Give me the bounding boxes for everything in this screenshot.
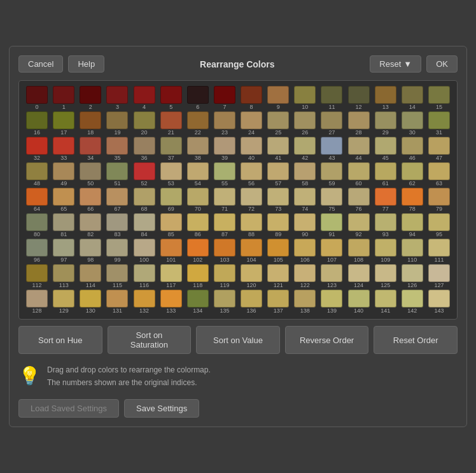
color-cell[interactable]: 2 [78, 86, 103, 110]
color-cell[interactable]: 58 [292, 162, 318, 187]
color-cell[interactable]: 73 [265, 188, 291, 212]
color-cell[interactable]: 124 [346, 264, 372, 288]
color-cell[interactable]: 116 [132, 264, 157, 288]
color-cell[interactable]: 119 [212, 264, 237, 288]
color-cell[interactable]: 28 [346, 111, 372, 136]
color-cell[interactable]: 79 [426, 188, 452, 212]
color-cell[interactable]: 114 [78, 264, 103, 288]
sort-hue-button[interactable]: Sort on Hue [18, 326, 102, 354]
color-cell[interactable]: 56 [239, 162, 264, 187]
color-cell[interactable]: 102 [185, 239, 211, 263]
color-cell[interactable]: 120 [239, 264, 264, 288]
color-cell[interactable]: 21 [158, 111, 184, 136]
color-cell[interactable]: 57 [265, 162, 291, 187]
sort-saturation-button[interactable]: Sort on Saturation [108, 326, 192, 354]
color-cell[interactable]: 109 [373, 239, 398, 263]
color-cell[interactable]: 69 [158, 188, 184, 212]
color-cell[interactable]: 35 [104, 137, 130, 161]
color-cell[interactable]: 43 [319, 137, 344, 161]
color-cell[interactable]: 20 [132, 111, 157, 136]
color-cell[interactable]: 52 [132, 162, 157, 187]
color-cell[interactable]: 91 [319, 213, 344, 237]
color-cell[interactable]: 117 [158, 264, 184, 288]
color-cell[interactable]: 141 [373, 290, 398, 314]
color-cell[interactable]: 129 [51, 290, 76, 314]
color-cell[interactable]: 93 [373, 213, 398, 237]
color-cell[interactable]: 22 [185, 111, 211, 136]
color-cell[interactable]: 98 [78, 239, 103, 263]
color-cell[interactable]: 134 [185, 290, 211, 314]
color-cell[interactable]: 49 [51, 162, 76, 187]
color-cell[interactable]: 19 [104, 111, 130, 136]
cancel-button[interactable]: Cancel [18, 55, 63, 73]
color-cell[interactable]: 123 [319, 264, 344, 288]
color-cell[interactable]: 1 [51, 86, 76, 110]
ok-button[interactable]: OK [426, 55, 458, 73]
color-cell[interactable]: 51 [104, 162, 130, 187]
color-cell[interactable]: 27 [319, 111, 344, 136]
color-cell[interactable]: 115 [104, 264, 130, 288]
color-cell[interactable]: 70 [185, 188, 211, 212]
color-cell[interactable]: 89 [265, 213, 291, 237]
save-settings-button[interactable]: Save Settings [124, 399, 199, 418]
color-cell[interactable]: 5 [158, 86, 184, 110]
reset-button[interactable]: Reset ▼ [370, 55, 421, 73]
color-cell[interactable]: 110 [400, 239, 425, 263]
color-cell[interactable]: 126 [400, 264, 425, 288]
color-cell[interactable]: 53 [158, 162, 184, 187]
color-cell[interactable]: 143 [426, 290, 452, 314]
color-cell[interactable]: 61 [373, 162, 398, 187]
color-cell[interactable]: 92 [346, 213, 372, 237]
color-cell[interactable]: 138 [292, 290, 318, 314]
color-cell[interactable]: 71 [212, 188, 237, 212]
color-cell[interactable]: 75 [319, 188, 344, 212]
color-cell[interactable]: 64 [24, 188, 50, 212]
color-cell[interactable]: 85 [158, 213, 184, 237]
color-cell[interactable]: 40 [239, 137, 264, 161]
color-cell[interactable]: 128 [24, 290, 50, 314]
color-cell[interactable]: 76 [346, 188, 372, 212]
color-cell[interactable]: 111 [426, 239, 452, 263]
load-saved-settings-button[interactable]: Load Saved Settings [18, 399, 119, 418]
color-cell[interactable]: 0 [24, 86, 50, 110]
color-cell[interactable]: 60 [346, 162, 372, 187]
color-cell[interactable]: 137 [265, 290, 291, 314]
color-cell[interactable]: 32 [24, 137, 50, 161]
color-cell[interactable]: 14 [400, 86, 425, 110]
color-cell[interactable]: 100 [132, 239, 157, 263]
color-cell[interactable]: 78 [400, 188, 425, 212]
color-cell[interactable]: 6 [185, 86, 211, 110]
color-cell[interactable]: 23 [212, 111, 237, 136]
color-cell[interactable]: 15 [426, 86, 452, 110]
color-cell[interactable]: 121 [265, 264, 291, 288]
color-cell[interactable]: 105 [265, 239, 291, 263]
color-cell[interactable]: 88 [239, 213, 264, 237]
color-cell[interactable]: 34 [78, 137, 103, 161]
sort-value-button[interactable]: Sort on Value [196, 326, 280, 354]
color-cell[interactable]: 63 [426, 162, 452, 187]
color-cell[interactable]: 55 [212, 162, 237, 187]
color-cell[interactable]: 97 [51, 239, 76, 263]
color-cell[interactable]: 139 [319, 290, 344, 314]
color-cell[interactable]: 9 [265, 86, 291, 110]
color-cell[interactable]: 29 [373, 111, 398, 136]
color-cell[interactable]: 39 [212, 137, 237, 161]
color-cell[interactable]: 42 [292, 137, 318, 161]
color-cell[interactable]: 72 [239, 188, 264, 212]
color-cell[interactable]: 10 [292, 86, 318, 110]
color-cell[interactable]: 50 [78, 162, 103, 187]
color-cell[interactable]: 136 [239, 290, 264, 314]
color-cell[interactable]: 96 [24, 239, 50, 263]
color-cell[interactable]: 112 [24, 264, 50, 288]
color-cell[interactable]: 59 [319, 162, 344, 187]
color-cell[interactable]: 87 [212, 213, 237, 237]
color-cell[interactable]: 82 [78, 213, 103, 237]
color-cell[interactable]: 66 [78, 188, 103, 212]
color-cell[interactable]: 133 [158, 290, 184, 314]
color-cell[interactable]: 101 [158, 239, 184, 263]
color-cell[interactable]: 37 [158, 137, 184, 161]
color-cell[interactable]: 48 [24, 162, 50, 187]
color-cell[interactable]: 131 [104, 290, 130, 314]
reset-order-button[interactable]: Reset Order [374, 326, 458, 354]
color-cell[interactable]: 8 [239, 86, 264, 110]
